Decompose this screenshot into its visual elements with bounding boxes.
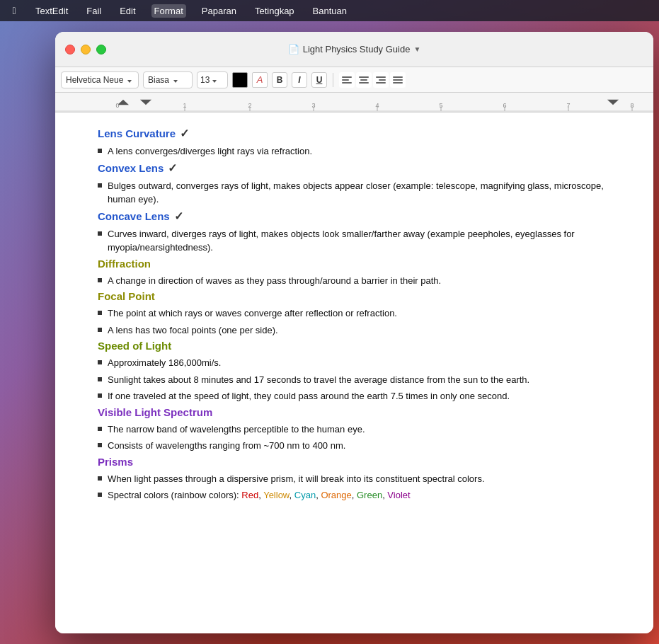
font-style-chevron — [172, 75, 178, 85]
color-cyan: Cyan — [294, 490, 316, 500]
bullets-speed-of-light: Approximately 186,000mi/s. Sunlight take… — [98, 356, 611, 403]
checkmark-convex-lens: ✓ — [168, 161, 177, 175]
maximize-button[interactable] — [96, 45, 106, 54]
bullet-text: A change in direction of waves as they p… — [108, 274, 441, 288]
bullet-icon — [98, 377, 102, 381]
svg-marker-2 — [607, 100, 619, 105]
list-item: A lens has two focal points (one per sid… — [98, 323, 611, 338]
list-item: Curves inward, diverges rays of light, m… — [98, 227, 611, 255]
section-concave-lens: Concave Lens ✓ Curves inward, diverges r… — [98, 209, 611, 255]
color-red: Red — [241, 490, 258, 500]
bold-button[interactable]: B — [272, 72, 287, 88]
heading-lens-curvature-text: Lens Curvature — [98, 127, 176, 139]
highlight-icon: A — [257, 74, 263, 85]
list-item: The point at which rays or waves converg… — [98, 306, 611, 321]
bullet-icon — [98, 427, 102, 431]
font-size-chevron — [211, 75, 217, 85]
heading-visible-light-spectrum-text: Visible Light Spectrum — [98, 406, 212, 418]
titlebar: 📄 Light Physics Study Guide ▼ — [55, 32, 653, 67]
section-speed-of-light: Speed of Light Approximately 186,000mi/s… — [98, 340, 611, 403]
ruler: 0 1 2 3 4 5 6 7 8 — [55, 93, 653, 113]
bullets-diffraction: A change in direction of waves as they p… — [98, 274, 611, 288]
heading-prisms: Prisms — [98, 456, 611, 468]
bold-label: B — [277, 75, 283, 85]
align-right-button[interactable] — [373, 72, 389, 88]
heading-speed-of-light: Speed of Light — [98, 340, 611, 352]
spectral-colors-text: Spectral colors (rainbow colors): Red, Y… — [108, 488, 411, 502]
section-prisms: Prisms When light passes through a dispe… — [98, 456, 611, 502]
bullets-lens-curvature: A lens converges/diverges light rays via… — [98, 144, 611, 159]
align-right-icon — [376, 76, 386, 84]
minimize-button[interactable] — [81, 45, 91, 54]
heading-concave-lens: Concave Lens ✓ — [98, 209, 611, 223]
traffic-lights — [65, 45, 106, 54]
bullet-icon — [98, 360, 102, 364]
font-family-select[interactable]: Helvetica Neue — [61, 71, 139, 88]
close-button[interactable] — [65, 45, 75, 54]
color-violet: Violet — [387, 490, 410, 500]
document-content[interactable]: Lens Curvature ✓ A lens converges/diverg… — [55, 113, 653, 633]
heading-concave-lens-text: Concave Lens — [98, 210, 170, 222]
bullet-icon — [98, 476, 102, 481]
heading-convex-lens: Convex Lens ✓ — [98, 161, 611, 175]
text-color-button[interactable] — [232, 72, 248, 88]
menubar-edit[interactable]: Edit — [117, 4, 138, 18]
bullet-text: Bulges outward, converges rays of light,… — [108, 179, 611, 207]
align-justify-button[interactable] — [390, 72, 406, 88]
menubar-fail[interactable]: Fail — [84, 4, 104, 18]
align-justify-icon — [393, 76, 403, 84]
font-size-select[interactable]: 13 — [197, 71, 228, 88]
bullets-prisms: When light passes through a dispersive p… — [98, 472, 611, 502]
heading-focal-point-text: Focal Point — [98, 290, 155, 302]
color-green: Green — [357, 490, 382, 500]
italic-label: I — [298, 75, 300, 85]
font-size-label: 13 — [200, 75, 210, 85]
heading-focal-point: Focal Point — [98, 290, 611, 302]
align-left-icon — [342, 76, 352, 84]
list-item: Consists of wavelengths ranging from ~70… — [98, 439, 611, 453]
bullet-text: A lens has two focal points (one per sid… — [108, 323, 278, 338]
ruler-svg: 0 1 2 3 4 5 6 7 8 — [55, 93, 653, 112]
bullet-icon — [98, 231, 102, 236]
list-item: A change in direction of waves as they p… — [98, 274, 611, 288]
heading-convex-lens-text: Convex Lens — [98, 162, 164, 174]
color-yellow: Yellow — [263, 490, 289, 500]
list-item: Approximately 186,000mi/s. — [98, 356, 611, 370]
menubar-textedit[interactable]: TextEdit — [33, 4, 71, 18]
align-left-button[interactable] — [339, 72, 355, 88]
apple-menu[interactable]:  — [8, 5, 20, 16]
menubar-paparan[interactable]: Paparan — [199, 4, 239, 18]
font-style-select[interactable]: Biasa — [143, 71, 193, 88]
section-diffraction: Diffraction A change in direction of wav… — [98, 258, 611, 288]
toolbar-separator-1 — [333, 73, 333, 87]
align-center-icon — [359, 76, 369, 84]
bullet-text: The narrow band of wavelengths perceptib… — [108, 422, 365, 437]
checkmark-lens-curvature: ✓ — [180, 127, 189, 140]
section-convex-lens: Convex Lens ✓ Bulges outward, converges … — [98, 161, 611, 207]
bullet-text: If one traveled at the speed of light, t… — [108, 389, 510, 403]
document-window: 📄 Light Physics Study Guide ▼ Helvetica … — [55, 32, 653, 633]
svg-marker-1 — [140, 100, 151, 105]
heading-diffraction-text: Diffraction — [98, 258, 151, 270]
align-center-button[interactable] — [356, 72, 372, 88]
bullets-focal-point: The point at which rays or waves converg… — [98, 306, 611, 337]
underline-button[interactable]: U — [311, 72, 327, 88]
menubar-format[interactable]: Format — [151, 4, 186, 18]
bullet-icon — [98, 183, 102, 188]
bullet-icon — [98, 443, 102, 447]
window-title: 📄 Light Physics Study Guide ▼ — [288, 44, 421, 54]
menubar-bantuan[interactable]: Bantuan — [310, 4, 350, 18]
heading-lens-curvature: Lens Curvature ✓ — [98, 127, 611, 140]
bullet-text: A lens converges/diverges light rays via… — [108, 144, 312, 159]
document-icon: 📄 — [288, 44, 299, 54]
bullet-icon — [98, 311, 102, 315]
italic-button[interactable]: I — [292, 72, 307, 88]
font-style-label: Biasa — [148, 75, 169, 85]
alignment-group — [339, 72, 406, 88]
title-chevron-icon[interactable]: ▼ — [413, 45, 420, 53]
menubar-tetingkap[interactable]: Tetingkap — [252, 4, 297, 18]
section-lens-curvature: Lens Curvature ✓ A lens converges/diverg… — [98, 127, 611, 159]
underline-label: U — [316, 75, 323, 85]
highlight-color-button[interactable]: A — [252, 72, 268, 88]
format-toolbar: Helvetica Neue Biasa 13 A B I U — [55, 67, 653, 93]
